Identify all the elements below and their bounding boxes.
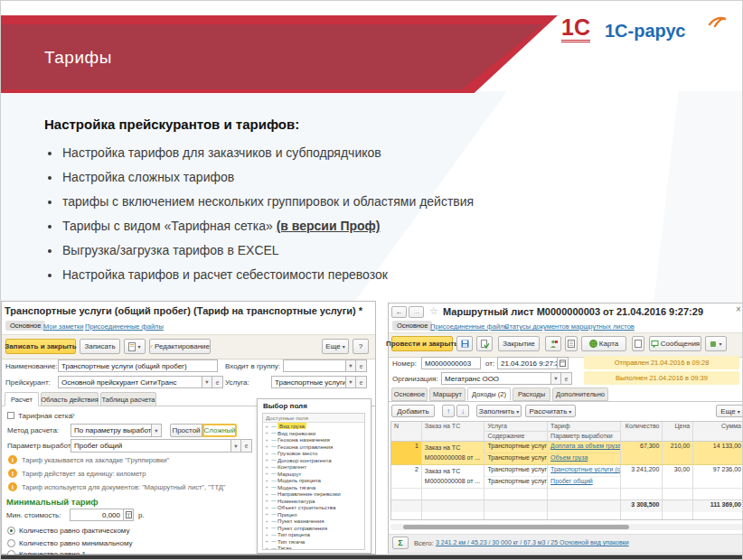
table-row[interactable]: 2 Заказ на ТСМ0000000008 от ... Транспор… (391, 465, 743, 489)
move-down-button[interactable]: ↓ (456, 405, 469, 417)
param-open-button[interactable]: е (240, 439, 252, 453)
field-item[interactable]: +—Геозона назначения (263, 436, 364, 443)
pricelist-open-button[interactable]: е (212, 376, 223, 388)
field-item[interactable]: +—Прицеп (263, 511, 364, 518)
list-button[interactable] (565, 336, 578, 351)
field-item[interactable]: +—Модель прицепа (263, 477, 364, 484)
scrollbar-thumb[interactable] (403, 525, 629, 529)
back-button[interactable]: ← (391, 306, 407, 318)
send-dropdown-button[interactable]: ▾ (705, 336, 727, 351)
tab-expenses[interactable]: Расходы (513, 387, 550, 401)
status-done[interactable]: Выполнен 21.04.2016 в 09:39 (584, 371, 739, 385)
col-qty[interactable]: Количество (621, 422, 663, 441)
number-input[interactable]: М0000000003 (421, 357, 481, 369)
radio-qty-min[interactable] (7, 539, 15, 547)
tab-calc[interactable]: Расчет (5, 392, 39, 406)
tab-calc-table[interactable]: Таблица расчета (100, 392, 156, 406)
tariff-link[interactable]: Транспортные услуги (о... (550, 466, 621, 472)
field-item[interactable]: +—Модель тягача (263, 484, 364, 491)
field-item[interactable]: +—Геозона отправления (263, 443, 364, 451)
horizontal-scrollbar[interactable] (390, 524, 743, 530)
tab-main[interactable]: Основное (392, 321, 432, 331)
nav-link-files[interactable]: Присоединенные файлы (430, 322, 509, 331)
create-based-on-button[interactable]: ▾ (124, 339, 146, 354)
param-link[interactable]: Пробег общий (550, 478, 593, 484)
group-input[interactable] (283, 359, 346, 372)
calculator-button[interactable] (123, 509, 134, 521)
tab-additional[interactable]: Дополнительно (552, 387, 608, 401)
star-icon[interactable]: ☆ (429, 305, 438, 317)
field-item[interactable]: +—Тип тягача (263, 538, 364, 546)
post-document-button[interactable] (476, 336, 493, 351)
service-input[interactable]: Транспортные услуги (271, 376, 346, 388)
tariff-link[interactable]: Доплата за объем груза (550, 443, 621, 449)
status-sent[interactable]: Отправлен 21.04.2016 в 09:28 (584, 356, 739, 369)
field-item[interactable]: +—Договор контрагента (263, 457, 364, 464)
org-input[interactable]: Мегатранс ООО (441, 372, 551, 385)
tab-scope[interactable]: Область действия (41, 392, 99, 406)
help-button[interactable]: ? (353, 339, 369, 354)
param-link[interactable]: Объем груза (550, 454, 588, 461)
nav-link-notes[interactable]: Мои заметки (43, 322, 83, 331)
field-item[interactable]: +—Тип прицепа (263, 531, 364, 538)
field-item[interactable]: +—Контрагент (263, 463, 364, 471)
group-open-button[interactable]: е (355, 359, 367, 372)
edit-button[interactable]: Редактирование (149, 339, 211, 354)
col-service[interactable]: Услуга Содержание (484, 422, 548, 441)
calculate-button[interactable]: Рассчитать ▾ (525, 405, 576, 417)
tab-main[interactable]: Основное (5, 321, 45, 331)
nav-link-statuses[interactable]: Статусы документов маршрутных листов (504, 322, 635, 331)
close-icon[interactable]: × (736, 304, 741, 314)
save-close-button[interactable]: Записать и закрыть (5, 339, 76, 354)
method-select[interactable]: По параметру выработки (71, 424, 152, 437)
map-button[interactable]: Карта (581, 336, 626, 351)
save-button[interactable]: Записать (80, 339, 120, 354)
more-button[interactable]: Еще ▾ (322, 339, 349, 354)
date-input[interactable]: 21.04.2016 9:27:29 (497, 357, 558, 369)
move-up-button[interactable]: ↑ (442, 405, 455, 417)
field-item[interactable]: +—Вид груза (263, 423, 364, 430)
method-dropdown-button[interactable]: ▾ (151, 424, 162, 437)
mode-complex-button[interactable]: Сложный (202, 424, 237, 437)
tab-route[interactable]: Маршрут (429, 387, 466, 401)
grid-help-link[interactable]: ? (71, 412, 74, 420)
field-item[interactable]: +—Объект строительства (263, 504, 364, 511)
print-button[interactable] (632, 336, 644, 351)
sigma-button[interactable]: Σ (392, 537, 409, 549)
tab-main-doc[interactable]: Основное (391, 387, 428, 401)
param-input[interactable]: Пробег общий (71, 439, 231, 453)
service-open-button[interactable]: е (355, 376, 367, 388)
tab-income[interactable]: Доходы (2) (467, 387, 511, 401)
waybill-button[interactable] (545, 336, 561, 351)
radio-qty-actual[interactable] (7, 527, 15, 535)
fill-button[interactable]: Заполнить ▾ (476, 405, 522, 417)
closing-button[interactable]: Закрытие (498, 336, 540, 351)
field-item[interactable]: +—Грузовое место (263, 450, 364, 457)
field-item[interactable]: +—Вид перевозки (263, 430, 364, 437)
col-n[interactable]: N (391, 422, 422, 441)
add-row-button[interactable]: Добавить (391, 405, 435, 417)
col-price[interactable]: Цена (663, 422, 693, 441)
messages-button[interactable]: Сообщения (649, 336, 701, 351)
field-item[interactable]: +—Тягач (263, 545, 364, 550)
col-sum[interactable]: Сумма (693, 422, 743, 441)
nav-link-files[interactable]: Присоединенные файлы (85, 322, 164, 331)
col-tariff[interactable]: Тариф Параметр выработки (548, 422, 621, 441)
field-item[interactable]: +—Пункт назначения (263, 518, 364, 525)
field-item[interactable]: +—Пункт отправления (263, 525, 364, 532)
col-order[interactable]: Заказ на ТС (422, 422, 485, 441)
table-more-button[interactable]: Еще ▾ (716, 405, 743, 417)
tariff-grid-checkbox[interactable] (7, 412, 14, 419)
totals-link[interactable]: 3 241.2 км / 45.23 / 30 000 кг / 67.3 м3… (436, 539, 629, 546)
field-item[interactable]: +—Номенклатура (263, 498, 364, 505)
min-cost-input[interactable]: 0,000 (70, 509, 124, 521)
pricelist-input[interactable]: Основной прейскурант СитиТранс (58, 376, 202, 388)
post-close-button[interactable]: Провести и закрыть (391, 336, 453, 351)
org-open-button[interactable]: е (560, 372, 572, 385)
name-input[interactable]: Транспортные услуги (общий пробег) (58, 359, 218, 372)
forward-button[interactable]: → (409, 306, 424, 318)
table-row[interactable]: 1 Заказ на ТСМ0000000008 от ... Транспор… (391, 442, 743, 465)
mode-simple-button[interactable]: Простой (170, 424, 202, 437)
save-button[interactable] (456, 336, 473, 351)
field-item[interactable]: +—Направление перевозки (263, 490, 364, 498)
